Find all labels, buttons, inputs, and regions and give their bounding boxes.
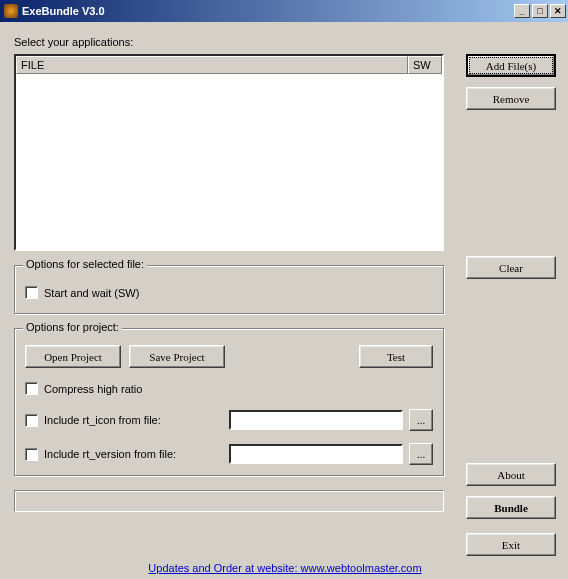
close-button[interactable]: ✕ [550, 4, 566, 18]
app-icon [4, 4, 18, 18]
file-listview[interactable]: FILE SW [14, 54, 444, 251]
checkbox-box-icon [25, 286, 38, 299]
checkbox-compress-label: Compress high ratio [44, 383, 142, 395]
minimize-button[interactable]: _ [514, 4, 530, 18]
title-bar: ExeBundle V3.0 _ □ ✕ [0, 0, 568, 22]
listview-body[interactable] [16, 74, 442, 249]
maximize-button[interactable]: □ [532, 4, 548, 18]
checkbox-include-icon[interactable]: Include rt_icon from file: [25, 414, 223, 427]
exit-button[interactable]: Exit [466, 533, 556, 556]
version-file-input[interactable] [229, 444, 403, 464]
bundle-button[interactable]: Bundle [466, 496, 556, 519]
browse-icon-button[interactable]: ... [409, 409, 433, 431]
remove-button[interactable]: Remove [466, 87, 556, 110]
icon-file-input[interactable] [229, 410, 403, 430]
checkbox-box-icon [25, 448, 38, 461]
footer-prefix: Updates and Order at website: [148, 562, 300, 574]
open-project-button[interactable]: Open Project [25, 345, 121, 368]
select-apps-label: Select your applications: [14, 36, 556, 48]
checkbox-box-icon [25, 382, 38, 395]
include-version-label: Include rt_version from file: [44, 448, 176, 460]
window-title: ExeBundle V3.0 [22, 5, 512, 17]
checkbox-include-version[interactable]: Include rt_version from file: [25, 448, 223, 461]
listview-header: FILE SW [16, 56, 442, 74]
group-selected-legend: Options for selected file: [23, 258, 147, 270]
footer-url: www.webtoolmaster.com [301, 562, 422, 574]
add-files-button[interactable]: Add File(s) [466, 54, 556, 77]
save-project-button[interactable]: Save Project [129, 345, 225, 368]
column-file[interactable]: FILE [16, 56, 408, 74]
test-button[interactable]: Test [359, 345, 433, 368]
column-sw[interactable]: SW [408, 56, 442, 74]
include-icon-label: Include rt_icon from file: [44, 414, 161, 426]
checkbox-start-wait[interactable]: Start and wait (SW) [25, 286, 433, 299]
checkbox-start-wait-label: Start and wait (SW) [44, 287, 139, 299]
clear-button[interactable]: Clear [466, 256, 556, 279]
footer-link[interactable]: Updates and Order at website: www.webtoo… [14, 556, 556, 579]
checkbox-compress[interactable]: Compress high ratio [25, 382, 433, 395]
status-bar [14, 490, 444, 512]
group-selected-file: Options for selected file: Start and wai… [14, 265, 444, 314]
group-project: Options for project: Open Project Save P… [14, 328, 444, 476]
about-button[interactable]: About [466, 463, 556, 486]
checkbox-box-icon [25, 414, 38, 427]
group-project-legend: Options for project: [23, 321, 122, 333]
browse-version-button[interactable]: ... [409, 443, 433, 465]
